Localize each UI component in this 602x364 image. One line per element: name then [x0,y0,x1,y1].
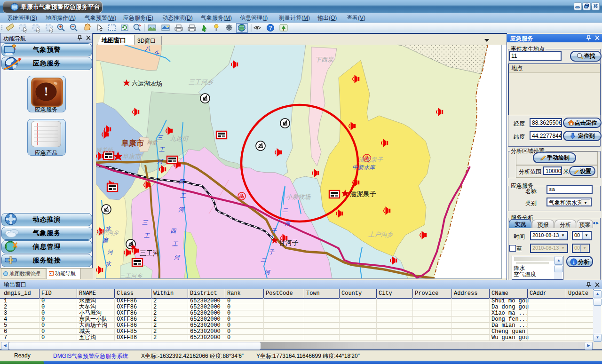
svg-text:二: 二 [261,257,267,263]
svg-text:河: 河 [264,269,271,276]
svg-text:工: 工 [144,232,150,239]
svg-text:四: 四 [179,178,185,185]
svg-text:水: 水 [105,225,111,232]
svg-text:小泉牧场: 小泉牧场 [286,193,311,200]
svg-text:磨: 磨 [103,237,109,244]
svg-text:九运街: 九运街 [170,135,189,142]
svg-text:下西泉: 下西泉 [315,56,333,63]
svg-text:工: 工 [180,192,186,199]
svg-text:阜康市: 阜康市 [122,153,142,160]
svg-text:三工河乡: 三工河乡 [119,273,143,278]
svg-text:子: 子 [271,228,277,234]
svg-text:工: 工 [172,241,178,247]
svg-text:滋泥泉子: 滋泥泉子 [350,190,376,198]
svg-text:河: 河 [285,220,291,227]
svg-text:滋泥泉子: 滋泥泉子 [358,156,383,163]
svg-text:河: 河 [174,254,181,261]
svg-text:阜康市: 阜康市 [121,139,144,147]
svg-text:i: i [573,259,574,265]
svg-text:中新水库: 中新水库 [352,164,376,171]
svg-text:河: 河 [178,206,185,213]
svg-text:八: 八 [144,45,150,52]
svg-text:水: 水 [105,261,111,267]
svg-text:河: 河 [157,158,164,165]
svg-text:四: 四 [170,228,177,234]
svg-text:上户沟乡: 上户沟乡 [368,231,393,238]
svg-text:神堂: 神堂 [147,140,158,145]
svg-text:六运湖农场: 六运湖农场 [132,80,162,87]
svg-text:三: 三 [142,219,149,226]
svg-text:子: 子 [269,249,275,255]
svg-text:?: ? [269,25,272,31]
svg-text:!: ! [44,85,48,98]
svg-text:三工河: 三工河 [140,249,159,257]
svg-text:三工河乡: 三工河乡 [189,79,214,86]
svg-text:斗: 斗 [153,50,159,56]
svg-text:三: 三 [157,135,164,141]
svg-text:城关镇: 城关镇 [96,147,114,153]
svg-text:工: 工 [159,146,165,153]
svg-text:河: 河 [107,249,114,255]
svg-text:甘河子: 甘河子 [279,239,299,246]
svg-text:二: 二 [282,207,288,214]
